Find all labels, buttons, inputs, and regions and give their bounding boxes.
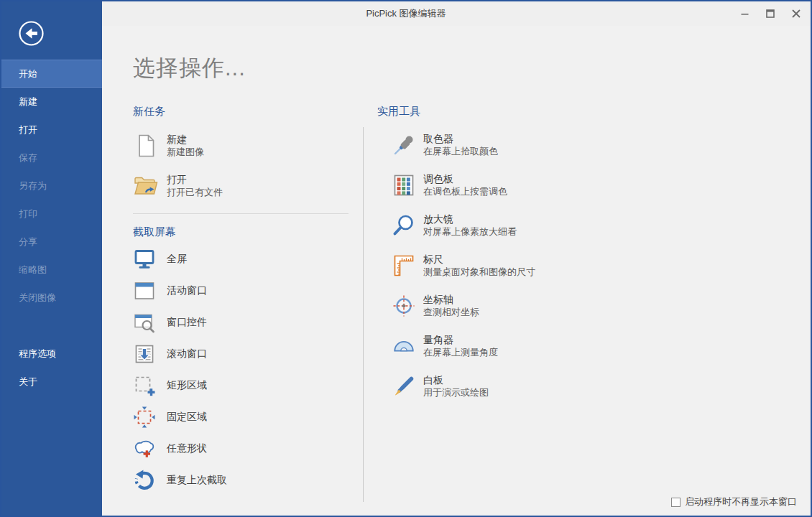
tool-title: 坐标轴 [423,294,479,306]
dont-show-again-checkbox[interactable] [671,498,680,507]
right-column: 实用工具 取色器 在屏幕上拾取颜色 [377,105,679,400]
magnifier-icon [392,214,415,237]
sidebar-item-new[interactable]: 新建 [1,88,102,116]
tool-subtitle: 测量桌面对象和图像的尺寸 [423,266,535,279]
action-subtitle: 新建图像 [167,146,204,159]
tool-subtitle: 在调色板上按需调色 [423,185,507,198]
capture-scrolling-window[interactable]: 滚动窗口 [133,343,349,365]
tool-whiteboard[interactable]: 白板 用于演示或绘图 [377,373,679,400]
capture-label: 任意形状 [167,442,207,455]
ruler-icon [392,254,415,277]
capture-label: 矩形区域 [167,379,207,392]
action-title: 新建 [167,134,204,146]
dont-show-again-option[interactable]: 启动程序时不再显示本窗口 [671,495,797,508]
page-title: 选择操作... [133,53,246,83]
active-window-icon [133,279,156,302]
minimize-button[interactable] [732,4,757,24]
protractor-icon [392,335,415,358]
tool-ruler[interactable]: 标尺 测量桌面对象和图像的尺寸 [377,252,679,279]
crosshair-icon [392,294,415,317]
capture-rectangle-region[interactable]: 矩形区域 [133,374,349,397]
fullscreen-icon [133,248,156,271]
sidebar-item-save: 保存 [1,144,102,172]
action-open[interactable]: 打开 打开已有文件 [133,173,349,199]
tool-subtitle: 在屏幕上拾取颜色 [423,145,498,158]
sidebar-item-save-as: 另存为 [1,172,102,200]
back-button[interactable] [18,20,45,47]
window-title: PicPick 图像编辑器 [1,1,811,26]
capture-label: 滚动窗口 [167,348,207,360]
section-divider [133,213,349,214]
back-arrow-icon [18,20,45,47]
capture-label: 活动窗口 [167,284,207,297]
minimize-icon [741,10,749,18]
close-icon [792,9,801,18]
tool-title: 量角器 [423,334,498,346]
sidebar: 开始 新建 打开 保存 另存为 打印 分享 缩略图 关闭图像 程序选项 关于 [1,1,102,516]
capture-repeat-last[interactable]: 重复上次截取 [133,469,349,492]
tool-color-picker[interactable]: 取色器 在屏幕上拾取颜色 [377,131,679,159]
tool-subtitle: 在屏幕上测量角度 [423,346,498,359]
capture-active-window[interactable]: 活动窗口 [133,279,349,302]
sidebar-item-print: 打印 [1,200,102,228]
tool-subtitle: 查测相对坐标 [423,306,479,319]
action-subtitle: 打开已有文件 [167,186,223,199]
tool-title: 放大镜 [423,213,517,225]
vertical-divider [363,127,364,502]
section-header-new-tasks: 新任务 [133,105,349,118]
capture-fullscreen[interactable]: 全屏 [133,248,349,271]
sidebar-menu: 开始 新建 打开 保存 另存为 打印 分享 缩略图 关闭图像 [1,60,102,312]
tool-protractor[interactable]: 量角器 在屏幕上测量角度 [377,332,679,360]
capture-fixed-region[interactable]: 固定区域 [133,406,349,429]
capture-label: 窗口控件 [167,316,207,329]
tool-title: 白板 [423,374,489,386]
tool-title: 标尺 [423,253,535,266]
tool-subtitle: 对屏幕上像素放大细看 [423,225,517,238]
tool-title: 调色板 [423,173,507,185]
dont-show-again-label: 启动程序时不再显示本窗口 [685,495,797,508]
maximize-button[interactable] [757,4,783,24]
capture-freeform[interactable]: 任意形状 [133,437,349,460]
freeform-region-icon [133,437,156,460]
title-bar: PicPick 图像编辑器 [1,1,811,26]
window-control-icon [133,311,156,334]
maximize-icon [766,9,775,18]
scrolling-window-icon [133,343,156,365]
sidebar-item-about[interactable]: 关于 [1,368,102,396]
sidebar-item-start[interactable]: 开始 [1,60,102,88]
capture-window-control[interactable]: 窗口控件 [133,311,349,334]
capture-label: 全屏 [167,253,187,266]
action-title: 打开 [167,174,223,186]
left-column: 新任务 新建 新建图像 [133,105,349,492]
tool-subtitle: 用于演示或绘图 [423,386,489,399]
color-palette-icon [392,174,415,197]
sidebar-footer-menu: 程序选项 关于 [1,340,102,396]
tool-crosshair[interactable]: 坐标轴 查测相对坐标 [377,292,679,320]
capture-label: 重复上次截取 [167,474,227,487]
tool-magnifier[interactable]: 放大镜 对屏幕上像素放大细看 [377,212,679,239]
rectangle-region-icon [133,374,156,397]
section-header-tools: 实用工具 [377,105,679,118]
tool-color-palette[interactable]: 调色板 在调色板上按需调色 [377,172,679,199]
tool-title: 取色器 [423,133,498,145]
color-picker-icon [392,134,415,157]
new-file-icon [133,133,159,159]
section-header-screen-capture: 截取屏幕 [133,225,349,239]
repeat-last-capture-icon [133,469,156,492]
capture-label: 固定区域 [167,411,207,424]
sidebar-item-share: 分享 [1,228,102,256]
open-folder-icon [133,173,159,199]
close-button[interactable] [783,4,809,24]
picpick-window: PicPick 图像编辑器 [0,0,812,517]
whiteboard-pen-icon [392,375,415,398]
action-new[interactable]: 新建 新建图像 [133,133,349,159]
fixed-region-icon [133,406,156,429]
sidebar-item-open[interactable]: 打开 [1,116,102,144]
sidebar-item-close-image: 关闭图像 [1,284,102,312]
sidebar-item-program-options[interactable]: 程序选项 [1,340,102,368]
sidebar-item-thumbnail: 缩略图 [1,256,102,284]
window-controls [732,1,809,26]
